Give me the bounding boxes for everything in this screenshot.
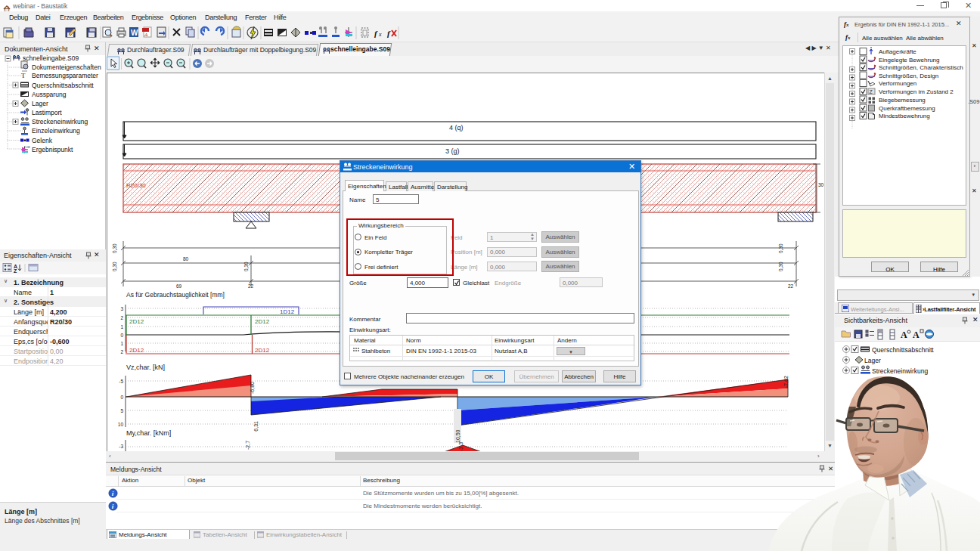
svg-text:Streckeneinwirkung: Streckeneinwirkung [32, 118, 88, 125]
svg-text:Lager: Lager [32, 100, 48, 107]
svg-text:0,30: 0,30 [778, 243, 783, 253]
svg-text:Z: Z [14, 268, 17, 274]
svg-text:Querkraftbemessung: Querkraftbemessung [879, 105, 935, 112]
svg-text:Einzeleinwirkung: Einzeleinwirkung [32, 127, 80, 135]
svg-text:Mindestbewehrung: Mindestbewehrung [879, 113, 930, 119]
svg-text:Schnittgrößen, Charakteristisc: Schnittgrößen, Charakteristisch [879, 64, 963, 71]
svg-text:80: 80 [183, 256, 189, 262]
svg-text:Biegebemessung: Biegebemessung [879, 97, 926, 104]
svg-text:Auflagerkräfte: Auflagerkräfte [879, 48, 916, 55]
svg-text:1.M: 1.M [25, 145, 30, 149]
svg-text:-2,7: -2,7 [245, 441, 250, 450]
svg-text:2D12: 2D12 [129, 347, 144, 354]
svg-text:W: W [131, 29, 138, 37]
svg-text:0,30: 0,30 [243, 262, 249, 271]
svg-text:Eingelegte Bewehrung: Eingelegte Bewehrung [879, 57, 940, 63]
svg-text:2D12: 2D12 [255, 318, 270, 325]
svg-text:5: 5 [120, 408, 123, 413]
svg-text:f: f [374, 29, 378, 38]
svg-text:Verformungen im Zustand 2: Verformungen im Zustand 2 [879, 88, 954, 95]
svg-text:f: f [387, 29, 391, 38]
svg-text:3 (g): 3 (g) [445, 147, 460, 155]
svg-text:-5: -5 [119, 379, 123, 384]
svg-text:Verformungen: Verformungen [879, 80, 916, 87]
svg-text:6,31: 6,31 [253, 421, 259, 432]
svg-text:T: T [21, 72, 26, 79]
svg-text:1D12: 1D12 [280, 308, 295, 315]
svg-text:Vz,char. [kN]: Vz,char. [kN] [126, 364, 165, 371]
svg-text:1: 1 [120, 341, 123, 346]
svg-text:As für Gebrauchstauglichkeit [: As für Gebrauchstauglichkeit [mm] [126, 291, 225, 299]
svg-text:Lager: Lager [864, 357, 881, 364]
svg-text:schnelleingabe.S09: schnelleingabe.S09 [23, 55, 79, 62]
svg-text:-3,3: -3,3 [458, 442, 464, 451]
svg-text:2D12: 2D12 [129, 318, 144, 325]
svg-text:3: 3 [120, 306, 123, 311]
svg-text:R20/30: R20/30 [126, 182, 146, 189]
svg-text:22: 22 [788, 283, 794, 289]
svg-text:Schnittgrößen, Design: Schnittgrößen, Design [879, 73, 938, 79]
svg-text:Z: Z [870, 89, 873, 94]
svg-text:2: 2 [120, 315, 123, 320]
svg-text:Aussparung: Aussparung [32, 91, 67, 98]
svg-text:A: A [144, 32, 148, 38]
svg-text:30: 30 [818, 182, 824, 187]
svg-text:A: A [913, 330, 920, 340]
svg-text:Dokumenteigenschaften: Dokumenteigenschaften [32, 63, 101, 71]
svg-text:Lastimport: Lastimport [32, 109, 62, 116]
svg-text:2: 2 [120, 349, 123, 354]
svg-text:0: 0 [120, 333, 123, 338]
svg-text:-6,80: -6,80 [250, 382, 255, 394]
svg-text:0,30: 0,30 [778, 262, 783, 271]
svg-text:Ergebnispunkt: Ergebnispunkt [32, 146, 73, 153]
svg-text:x: x [378, 31, 382, 38]
svg-text:10: 10 [118, 422, 124, 427]
svg-text:1: 1 [120, 324, 123, 330]
svg-text:2D12: 2D12 [255, 347, 270, 354]
svg-text:Gelenk: Gelenk [32, 137, 53, 144]
svg-text:My,char. [kNm]: My,char. [kNm] [126, 429, 171, 437]
svg-text:-3: -3 [119, 444, 123, 449]
svg-text:10,50: 10,50 [455, 429, 461, 443]
svg-text:4 (q): 4 (q) [449, 124, 464, 132]
svg-text:22: 22 [248, 283, 254, 289]
svg-text:A: A [901, 330, 907, 340]
svg-text:69: 69 [176, 283, 182, 289]
svg-text:Querschnittsabschnitt: Querschnittsabschnitt [32, 82, 94, 89]
svg-text:0,30: 0,30 [112, 262, 117, 271]
svg-text:0: 0 [120, 395, 123, 400]
svg-text:Bemessungsparameter: Bemessungsparameter [32, 72, 98, 79]
svg-text:0,30: 0,30 [112, 243, 117, 253]
svg-text:Querschnittsabschnitt: Querschnittsabschnitt [872, 346, 934, 354]
